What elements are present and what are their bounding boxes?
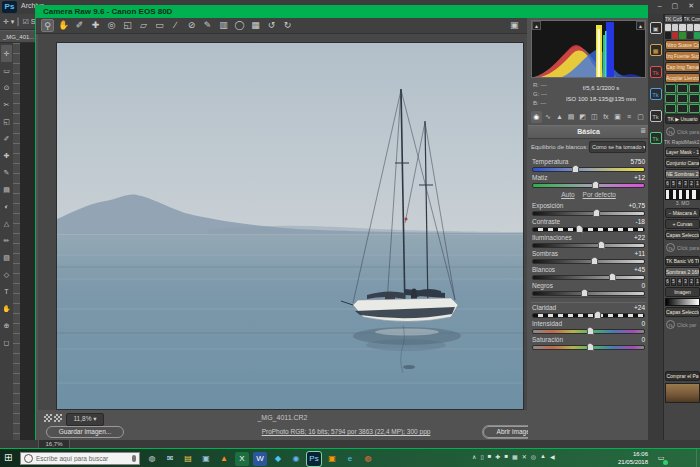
ps-tool-icon[interactable]: ⊕: [1, 317, 12, 334]
tk-button[interactable]: Capas Seleccio: [665, 230, 700, 240]
taskbar-icon-edge[interactable]: e: [343, 452, 357, 466]
tk-number-button[interactable]: 2: [689, 278, 694, 286]
camera-raw-titlebar[interactable]: Camera Raw 9.6 - Canon EOS 80D: [36, 5, 646, 18]
tray-icon[interactable]: ✚: [495, 453, 500, 460]
link-auto[interactable]: Auto: [561, 191, 574, 198]
tk-action-chip[interactable]: [665, 104, 676, 113]
taskbar-icon-vlc[interactable]: ▲: [217, 452, 231, 466]
ps-tool-icon[interactable]: △: [1, 215, 12, 232]
taskbar-clock[interactable]: 16:06 21/05/2018: [604, 451, 648, 466]
save-image-button[interactable]: Guardar imagen...: [46, 426, 124, 438]
tk-button[interactable]: − Máscara A: [665, 208, 700, 218]
tab-effects[interactable]: fx: [601, 111, 612, 123]
tk-button[interactable]: TK Basic V6 TK In: [665, 256, 700, 266]
tk-action-chip[interactable]: [665, 24, 671, 31]
tray-icon[interactable]: ◎: [531, 453, 536, 460]
slider-thumb[interactable]: [587, 327, 594, 335]
tk-number-button[interactable]: 3: [683, 278, 688, 286]
slider-thumb[interactable]: [592, 181, 599, 189]
targeted-adjustment-tool-icon[interactable]: ◎: [105, 19, 118, 32]
tk-action-chip[interactable]: [677, 104, 688, 113]
taskbar-icon-mail[interactable]: ✉: [163, 452, 177, 466]
preferences-tool-icon[interactable]: ▦: [249, 19, 262, 32]
tk-button[interactable]: Nitro Suave Col: [665, 40, 700, 50]
tk-key-button[interactable]: [696, 190, 699, 199]
tk-number-button[interactable]: 6: [665, 278, 670, 286]
tab-split-toning[interactable]: ◩: [577, 111, 588, 123]
tk-button[interactable]: Layer Mask - 1. C: [665, 147, 700, 157]
slider-thumb[interactable]: [576, 225, 583, 233]
slider-thumb[interactable]: [594, 311, 601, 319]
highlight-clipping-icon[interactable]: ▲: [636, 21, 645, 30]
tray-icon[interactable]: ■: [488, 453, 492, 460]
tray-icon[interactable]: ▯: [480, 453, 483, 460]
ps-tool-icon[interactable]: ✛: [1, 45, 12, 62]
taskbar-icon-excel[interactable]: X: [235, 452, 249, 466]
ps-tool-icon[interactable]: ✐: [1, 130, 12, 147]
tab-tone-curve[interactable]: ∿: [543, 111, 554, 123]
tk-number-button[interactable]: 5: [671, 180, 676, 188]
tab-basic[interactable]: ◉: [531, 111, 542, 123]
tab-snapshots[interactable]: ▢: [635, 111, 646, 123]
white-balance-select[interactable]: Como se ha tomado ▾: [589, 141, 646, 153]
taskbar-search[interactable]: Escribe aquí para buscar: [20, 452, 140, 465]
tk-button[interactable]: NE Sombras 2 16M: [665, 169, 700, 179]
tk-action-chip[interactable]: [677, 84, 688, 93]
tk-action-chip[interactable]: [689, 84, 700, 93]
slider-thumb[interactable]: [593, 209, 600, 217]
rotate-right-tool-icon[interactable]: ↻: [281, 19, 294, 32]
slider-track[interactable]: [532, 183, 645, 188]
slider-thumb[interactable]: [581, 289, 588, 297]
tab-presets[interactable]: ≡: [624, 111, 635, 123]
ps-tool-icon[interactable]: ◻: [1, 334, 12, 351]
tk-action-chip[interactable]: [677, 94, 688, 103]
tray-icon[interactable]: ✕: [522, 453, 527, 460]
slider-thumb[interactable]: [609, 273, 616, 281]
tk-action-chip[interactable]: [687, 32, 693, 39]
tk-action-chip[interactable]: [689, 94, 700, 103]
tk-number-button[interactable]: 1: [695, 278, 700, 286]
ps-tool-icon[interactable]: ▭: [1, 62, 12, 79]
ps-tool-icon[interactable]: ⊙: [1, 79, 12, 96]
tray-icon[interactable]: ◀: [550, 453, 555, 460]
show-desktop-button[interactable]: [696, 449, 700, 467]
tray-icon[interactable]: ▲: [540, 453, 546, 460]
slider-track[interactable]: [532, 291, 645, 296]
slider-track[interactable]: [532, 345, 645, 350]
ps-tool-icon[interactable]: ◇: [1, 266, 12, 283]
slider-track[interactable]: [532, 211, 645, 216]
taskbar-icon-chrome[interactable]: ◍: [361, 452, 375, 466]
start-button[interactable]: ⊞: [4, 452, 12, 463]
tk-action-chip[interactable]: [694, 24, 700, 31]
spot-removal-tool-icon[interactable]: ∕: [169, 19, 182, 32]
tk-button[interactable]: TK ▶ Usuario: [665, 114, 700, 124]
tray-icon[interactable]: ■: [504, 453, 508, 460]
taskbar-icon-app-teal[interactable]: ◆: [271, 452, 285, 466]
white-balance-tool-icon[interactable]: ✐: [73, 19, 86, 32]
slider-track[interactable]: [532, 259, 645, 264]
tk-tab[interactable]: TK Com: [683, 14, 700, 23]
tab-hsl[interactable]: ▤: [566, 111, 577, 123]
tk-number-button[interactable]: 2: [689, 180, 694, 188]
straighten-tool-icon[interactable]: ▱: [137, 19, 150, 32]
taskbar-icon-cortana[interactable]: ◍: [145, 452, 159, 466]
ps-document-tab[interactable]: _MG_401...: [0, 30, 35, 42]
ps-tool-icon[interactable]: ◐: [1, 198, 12, 215]
tab-lens-corrections[interactable]: ◫: [589, 111, 600, 123]
tk-action-chip[interactable]: [665, 32, 671, 39]
graduated-filter-tool-icon[interactable]: ▥: [217, 19, 230, 32]
tk-button[interactable]: Capas Seleccio: [665, 307, 700, 317]
slider-thumb[interactable]: [572, 165, 579, 173]
panel-swatches-icon[interactable]: ▦: [650, 44, 662, 56]
tk-panel-gray-icon[interactable]: Tk: [650, 110, 662, 122]
tk-action-chip[interactable]: [679, 24, 685, 31]
tk-action-chip[interactable]: [672, 24, 678, 31]
taskbar-icon-photoshop[interactable]: Ps: [307, 452, 321, 466]
tk-action-chip[interactable]: [679, 32, 685, 39]
tk-number-button[interactable]: 6: [665, 180, 670, 188]
taskbar-icon-app-blue[interactable]: ◉: [289, 452, 303, 466]
radial-filter-tool-icon[interactable]: ◯: [233, 19, 246, 32]
taskbar-icon-word[interactable]: W: [253, 452, 267, 466]
rotate-left-tool-icon[interactable]: ↺: [265, 19, 278, 32]
ps-tool-icon[interactable]: ▤: [1, 181, 12, 198]
